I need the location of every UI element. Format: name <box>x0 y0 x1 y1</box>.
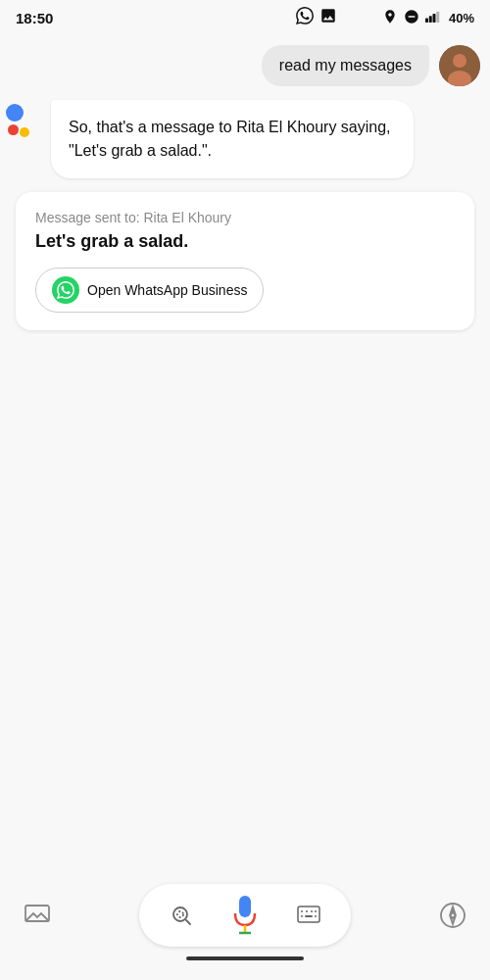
assistant-row: So, that's a message to Rita El Khoury s… <box>0 100 490 178</box>
toolbar-center-pill <box>139 884 351 947</box>
keyboard-icon[interactable] <box>294 901 323 930</box>
location-icon <box>382 9 398 27</box>
battery-icon: 40% <box>449 11 474 25</box>
whatsapp-business-icon <box>52 276 79 304</box>
microphone-button[interactable] <box>223 894 267 937</box>
open-whatsapp-label: Open WhatsApp Business <box>87 282 247 298</box>
svg-marker-22 <box>450 906 456 915</box>
user-message-text: read my messages <box>279 57 412 74</box>
bottom-toolbar <box>0 872 490 980</box>
user-message-row: read my messages <box>0 45 490 86</box>
message-card: Message sent to: Rita El Khoury Let's gr… <box>16 192 474 330</box>
status-icons: 40% <box>296 7 474 28</box>
whatsapp-status-icon <box>296 7 314 28</box>
home-indicator <box>186 956 304 960</box>
svg-rect-10 <box>239 896 251 917</box>
compass-icon[interactable] <box>435 898 470 933</box>
svg-rect-0 <box>425 18 428 23</box>
user-bubble: read my messages <box>262 45 429 86</box>
toolbar-row <box>20 884 470 947</box>
svg-point-5 <box>453 54 466 68</box>
messages-icon[interactable] <box>20 898 55 933</box>
assistant-bubble: So, that's a message to Rita El Khoury s… <box>51 100 414 178</box>
message-card-recipient: Message sent to: Rita El Khoury <box>35 210 455 225</box>
assistant-text: So, that's a message to Rita El Khoury s… <box>69 119 391 159</box>
svg-rect-2 <box>432 14 435 23</box>
svg-marker-23 <box>450 915 456 924</box>
google-assistant-icon <box>6 104 41 139</box>
svg-rect-1 <box>429 16 432 23</box>
dnd-icon <box>404 9 419 27</box>
svg-point-8 <box>173 907 187 921</box>
status-time: 18:50 <box>16 10 53 26</box>
lens-icon[interactable] <box>167 901 196 930</box>
svg-rect-3 <box>436 11 439 22</box>
status-bar: 18:50 40% <box>0 0 490 35</box>
signal-icon <box>425 9 443 27</box>
chat-area: read my messages So, that's a message to… <box>0 35 490 872</box>
svg-point-9 <box>177 911 183 917</box>
user-avatar <box>439 45 480 86</box>
gallery-status-icon <box>319 7 337 28</box>
message-card-body: Let's grab a salad. <box>35 231 455 252</box>
open-whatsapp-button[interactable]: Open WhatsApp Business <box>35 268 264 313</box>
svg-rect-13 <box>298 906 319 922</box>
